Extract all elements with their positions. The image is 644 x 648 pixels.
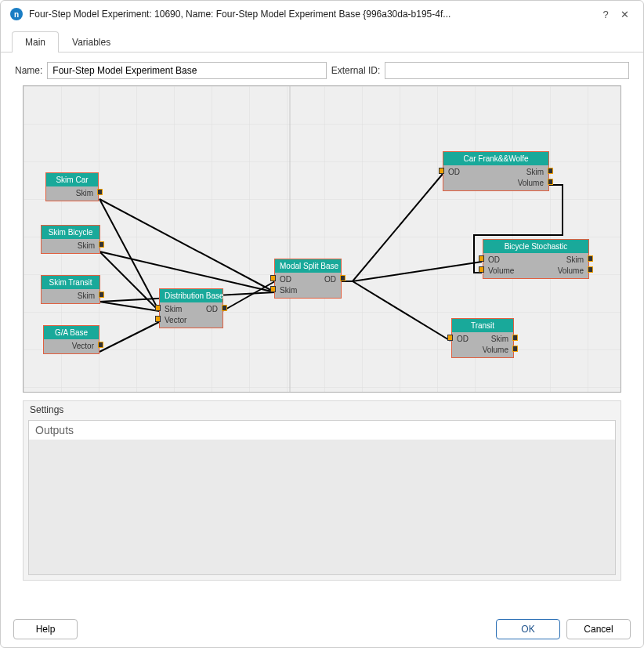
help-button[interactable]: Help xyxy=(13,619,78,639)
port-in-od: OD xyxy=(448,167,460,178)
app-icon: n xyxy=(10,8,23,20)
external-id-label: External ID: xyxy=(331,65,381,76)
node-car-frank-wolfe[interactable]: Car Frank&&Wolfe OD Skim Volume xyxy=(443,151,549,191)
port-in-od: OD xyxy=(488,255,500,266)
settings-panel: Settings Outputs xyxy=(23,400,621,581)
close-icon[interactable]: ✕ xyxy=(615,9,634,20)
port-handle-out[interactable] xyxy=(548,179,553,185)
node-skim-transit[interactable]: Skim Transit Skim xyxy=(41,275,100,304)
port-handle-in[interactable] xyxy=(447,335,453,341)
port-in-vector: Vector xyxy=(165,315,186,326)
port-out-volume: Volume xyxy=(518,178,544,189)
tabs: Main Variables xyxy=(1,31,643,52)
port-handle-in[interactable] xyxy=(439,168,444,174)
node-bicycle-stochastic[interactable]: Bicycle Stochastic OD Skim Volume Volume xyxy=(483,239,589,279)
port-handle-in[interactable] xyxy=(155,316,161,322)
button-row: Help OK Cancel xyxy=(1,619,643,639)
node-distribution-base[interactable]: Distribution Base Skim OD Vector xyxy=(159,288,223,328)
outputs-panel: Outputs xyxy=(28,420,616,575)
port-in-od: OD xyxy=(457,334,469,345)
node-skim-bicycle[interactable]: Skim Bicycle Skim xyxy=(41,225,100,254)
cancel-button[interactable]: Cancel xyxy=(566,619,631,639)
node-title: Modal Split Base xyxy=(275,259,341,273)
node-title: Bicycle Stochastic xyxy=(483,240,588,253)
port-handle-in[interactable] xyxy=(155,305,161,311)
port-handle-out[interactable] xyxy=(588,266,593,273)
port-handle-out[interactable] xyxy=(99,241,104,248)
node-title: Distribution Base xyxy=(160,289,223,302)
tab-main[interactable]: Main xyxy=(12,31,59,52)
port-handle-in[interactable] xyxy=(270,275,276,281)
title-bar: n Four-Step Model Experiment: 10690, Nam… xyxy=(1,1,643,27)
port-out-skim: Skim xyxy=(78,241,95,252)
port-out-volume: Volume xyxy=(483,345,508,356)
port-out-vector: Vector xyxy=(72,341,94,352)
help-icon[interactable]: ? xyxy=(596,9,615,20)
port-handle-out[interactable] xyxy=(340,275,346,281)
node-skim-car[interactable]: Skim Car Skim xyxy=(45,172,99,201)
diagram-canvas[interactable]: Skim Car Skim Skim Bicycle Skim Skim Tra… xyxy=(23,85,621,393)
node-title: Skim Car xyxy=(46,173,98,186)
port-out-od: OD xyxy=(206,304,218,315)
node-ga-base[interactable]: G/A Base Vector xyxy=(43,325,99,354)
node-title: Skim Transit xyxy=(42,276,99,289)
ok-button[interactable]: OK xyxy=(496,619,560,639)
port-handle-in[interactable] xyxy=(479,255,484,262)
port-handle-in[interactable] xyxy=(479,266,484,273)
node-modal-split-base[interactable]: Modal Split Base OD OD Skim xyxy=(274,259,342,299)
form-row: Name: External ID: xyxy=(1,52,643,85)
external-id-input[interactable] xyxy=(385,62,629,79)
port-handle-out[interactable] xyxy=(98,342,103,348)
port-in-skim: Skim xyxy=(280,285,297,296)
node-title: Skim Bicycle xyxy=(42,226,99,239)
port-handle-out[interactable] xyxy=(588,255,593,262)
outputs-header: Outputs xyxy=(29,421,615,440)
name-input[interactable] xyxy=(47,62,326,79)
port-handle-out[interactable] xyxy=(99,291,104,298)
port-handle-out[interactable] xyxy=(548,168,553,174)
node-transit[interactable]: Transit OD Skim Volume xyxy=(451,318,514,358)
port-out-skim: Skim xyxy=(566,255,584,266)
node-title: Transit xyxy=(452,319,513,332)
node-title: Car Frank&&Wolfe xyxy=(443,152,548,165)
window-title: Four-Step Model Experiment: 10690, Name:… xyxy=(29,9,596,20)
port-out-volume: Volume xyxy=(558,266,584,277)
port-out-skim: Skim xyxy=(78,291,95,302)
port-handle-in[interactable] xyxy=(270,286,276,292)
node-title: G/A Base xyxy=(44,326,99,339)
port-out-skim: Skim xyxy=(491,334,508,345)
port-out-skim: Skim xyxy=(76,188,93,199)
port-handle-out[interactable] xyxy=(512,335,518,341)
port-handle-out[interactable] xyxy=(97,189,103,195)
port-in-skim: Skim xyxy=(165,304,182,315)
port-handle-out[interactable] xyxy=(222,305,227,311)
port-in-od: OD xyxy=(280,274,291,285)
port-in-volume: Volume xyxy=(488,266,514,277)
port-handle-out[interactable] xyxy=(512,346,518,352)
name-label: Name: xyxy=(15,65,42,76)
port-out-skim: Skim xyxy=(526,167,544,178)
settings-label: Settings xyxy=(24,401,620,417)
tab-variables[interactable]: Variables xyxy=(59,31,124,52)
port-out-od: OD xyxy=(324,274,336,285)
